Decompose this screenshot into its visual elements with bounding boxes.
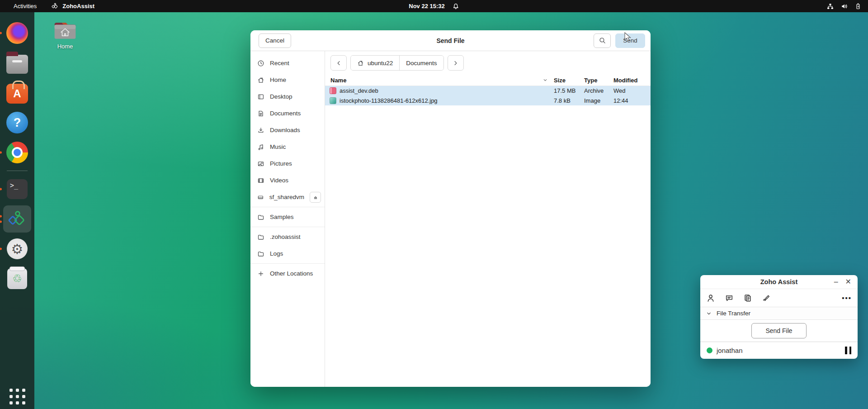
dock-item-terminal[interactable]: >_: [3, 176, 31, 203]
file-type: Archive: [584, 87, 613, 94]
dock-item-chrome[interactable]: [3, 139, 31, 166]
forward-button[interactable]: [448, 55, 464, 71]
show-applications-button[interactable]: [9, 389, 25, 404]
terminal-icon: >_: [7, 179, 28, 199]
send-button[interactable]: Send: [615, 33, 645, 48]
folder-icon: [257, 250, 264, 257]
panel-send-file-button[interactable]: Send File: [751, 323, 807, 338]
sidebar-item-downloads[interactable]: Downloads: [250, 122, 325, 138]
film-icon: [257, 177, 264, 184]
notification-bell-icon: [452, 3, 459, 10]
folder-icon: [257, 233, 264, 241]
focused-app-menu[interactable]: ZohoAssist: [51, 3, 94, 10]
sidebar-item-music[interactable]: Music: [250, 138, 325, 155]
sidebar-item-videos[interactable]: Videos: [250, 172, 325, 189]
sidebar-item-other-locations[interactable]: Other Locations: [250, 265, 325, 282]
sidebar-item-zohoassist[interactable]: .zohoassist: [250, 228, 325, 245]
cancel-button[interactable]: Cancel: [259, 33, 291, 48]
file-modified: Wed: [613, 87, 651, 94]
running-indicator: [0, 221, 2, 223]
back-button[interactable]: [330, 55, 347, 71]
file-pane: ubuntu22 Documents Name Size Type Modifi…: [325, 51, 651, 387]
list-header: Name Size Type Modified: [325, 75, 651, 86]
participants-icon[interactable]: [706, 294, 715, 303]
places-sidebar: Recent Home Desktop Documents Downloads …: [250, 51, 325, 387]
network-icon: [826, 3, 834, 10]
firefox-icon: [6, 22, 28, 44]
breadcrumb-ubuntu22[interactable]: ubuntu22: [351, 56, 399, 70]
zoho-assist-icon: [7, 210, 28, 228]
home-folder-label: Home: [48, 43, 82, 50]
system-status-menu[interactable]: [826, 0, 862, 12]
close-button[interactable]: ✕: [845, 278, 851, 285]
panel-toolbar: •••: [700, 289, 858, 307]
dock-separator: [7, 171, 28, 171]
sidebar-item-recent[interactable]: Recent: [250, 55, 325, 71]
sidebar-item-pictures[interactable]: Pictures: [250, 155, 325, 172]
sidebar-separator: [250, 207, 325, 207]
file-row-assist-dev-deb[interactable]: assist_dev.deb 17.5 MB Archive Wed: [325, 86, 651, 96]
ubuntu-software-icon: A: [6, 84, 28, 104]
top-bar: Activities ZohoAssist Nov 22 15:32: [0, 0, 868, 12]
dock-item-zoho-assist[interactable]: [3, 205, 31, 233]
minimize-button[interactable]: –: [834, 278, 838, 285]
clipboard-copy-icon[interactable]: [743, 294, 752, 303]
chevron-right-icon: [452, 60, 459, 67]
sidebar-separator: [250, 263, 325, 264]
eject-button[interactable]: [310, 192, 321, 203]
sidebar-item-documents[interactable]: Documents: [250, 105, 325, 122]
file-transfer-section-header[interactable]: File Transfer: [700, 307, 858, 320]
files-icon: [6, 55, 28, 74]
column-header-size[interactable]: Size: [554, 77, 584, 84]
column-header-modified[interactable]: Modified: [613, 77, 651, 84]
dock: A ? >_ ⚙ ♲: [0, 12, 34, 409]
volume-icon: [840, 3, 848, 10]
running-indicator: [0, 188, 2, 190]
running-indicator: [0, 152, 2, 154]
download-icon: [257, 127, 264, 134]
dock-item-files[interactable]: [3, 49, 31, 76]
running-indicator: [0, 248, 2, 250]
send-file-area: Send File: [700, 320, 858, 342]
dock-item-trash[interactable]: ♲: [3, 265, 31, 292]
running-indicator: [0, 32, 2, 34]
send-file-dialog: Send File Cancel Send Recent Home D: [250, 30, 651, 387]
package-file-icon: [330, 87, 336, 94]
path-bar: ubuntu22 Documents: [325, 51, 651, 75]
settings-gear-icon: ⚙: [7, 238, 28, 259]
more-options-button[interactable]: •••: [842, 294, 852, 302]
help-icon: ?: [6, 112, 28, 133]
annotate-pen-icon[interactable]: [762, 294, 771, 303]
breadcrumb-documents[interactable]: Documents: [399, 56, 443, 70]
chat-icon[interactable]: [725, 294, 734, 303]
search-button[interactable]: [594, 33, 611, 48]
sidebar-item-home[interactable]: Home: [250, 71, 325, 88]
trash-icon: ♲: [7, 268, 27, 289]
battery-charging-icon: [854, 3, 862, 10]
sidebar-item-logs[interactable]: Logs: [250, 245, 325, 262]
sidebar-item-sf-sharedvm[interactable]: sf_sharedvm: [250, 189, 325, 205]
column-header-name[interactable]: Name: [325, 77, 542, 84]
desktop-home-folder[interactable]: Home: [48, 20, 82, 50]
file-size: 7.8 kB: [554, 97, 584, 104]
sidebar-item-samples[interactable]: Samples: [250, 209, 325, 225]
online-status-dot: [707, 347, 712, 353]
activities-button[interactable]: Activities: [11, 2, 39, 10]
home-folder-icon: [52, 20, 78, 41]
file-row-istockphoto-jpg[interactable]: istockphoto-1138286481-612x612.jpg 7.8 k…: [325, 96, 651, 106]
clock-icon: [257, 60, 264, 67]
dock-item-help[interactable]: ?: [3, 109, 31, 136]
dock-item-settings[interactable]: ⚙: [3, 235, 31, 262]
file-modified: 12:44: [613, 97, 651, 104]
pause-button[interactable]: [845, 347, 851, 354]
sidebar-separator: [250, 227, 325, 227]
column-header-type[interactable]: Type: [584, 77, 613, 84]
dock-item-ubuntu-software[interactable]: A: [3, 79, 31, 106]
sidebar-item-desktop[interactable]: Desktop: [250, 88, 325, 105]
dock-item-firefox[interactable]: [3, 19, 31, 47]
home-icon: [357, 60, 364, 67]
clock-menu[interactable]: Nov 22 15:32: [409, 0, 459, 12]
search-icon: [599, 37, 606, 44]
chevron-left-icon: [335, 60, 342, 67]
plus-icon: [257, 270, 264, 277]
